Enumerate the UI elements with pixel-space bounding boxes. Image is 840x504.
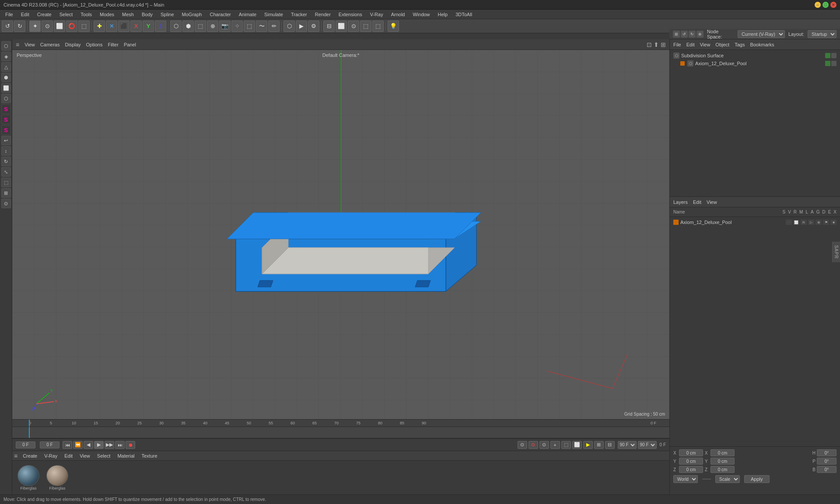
left-tool-grid2[interactable]: ⊞ [1, 188, 11, 198]
material-swatch-1[interactable]: Fiberglas [16, 465, 41, 490]
layer-row-pool[interactable]: Axiom_12_Deluxe_Pool · ⬜ R ▷ ⊕ ⚑ ★ [672, 219, 838, 226]
transport-btn-7[interactable]: ▶ [583, 441, 593, 449]
render-settings-btn[interactable]: ⚙ [308, 21, 319, 32]
lyr-btn-layers[interactable]: Layers [672, 200, 690, 205]
left-tool-model[interactable]: ⬡ [1, 41, 11, 51]
left-tool-rotate[interactable]: ↻ [1, 157, 11, 166]
sketch-btn[interactable]: ✏ [268, 21, 280, 32]
obj-item-subdivision[interactable]: ⬡ Subdivision Surface [672, 52, 838, 60]
lyr-btn-view[interactable]: View [705, 200, 719, 205]
coord-x2-input[interactable] [710, 449, 735, 456]
menu-3dtoall[interactable]: 3DToAll [452, 11, 476, 18]
menu-render[interactable]: Render [312, 11, 334, 18]
lasso-select-btn[interactable]: ⭕ [66, 21, 77, 32]
ns-icon-3[interactable]: ↻ [689, 31, 696, 38]
mat-btn-texture[interactable]: Texture [140, 453, 159, 458]
vp-icon-maximize[interactable]: ⬆ [654, 41, 659, 48]
transport-btn-8[interactable]: ⊞ [594, 441, 604, 449]
menu-window[interactable]: Window [409, 11, 433, 18]
left-tool-s2[interactable]: S [1, 115, 11, 124]
left-tool-grid[interactable]: ⬚ [1, 178, 11, 187]
sapr-side-tab[interactable]: SAPR [832, 242, 840, 262]
rotate-btn[interactable]: ✕ [106, 21, 117, 32]
transport-end[interactable]: ⏭ [115, 441, 125, 449]
mat-btn-edit[interactable]: Edit [63, 453, 74, 458]
coord-z-input[interactable] [679, 466, 703, 473]
menu-mesh[interactable]: Mesh [119, 11, 137, 18]
fps-end-select[interactable]: 90 F [638, 441, 657, 449]
redo-button[interactable]: ↻ [14, 21, 25, 32]
close-button[interactable]: ✕ [830, 2, 836, 8]
menu-file[interactable]: File [2, 11, 17, 18]
viewport[interactable]: Y X Z Perspective Default Camera:* Grid … [12, 50, 669, 419]
menu-vray[interactable]: V-Ray [367, 11, 387, 18]
vp-icon-fit[interactable]: ⊡ [647, 41, 652, 48]
left-tool-undo[interactable]: ↩ [1, 136, 11, 145]
menu-animate[interactable]: Animate [235, 11, 260, 18]
obj-item-pool[interactable]: ⬡ Axiom_12_Deluxe_Pool [672, 60, 838, 67]
left-tool-paint[interactable]: ⊙ [1, 199, 11, 208]
vp-menu-cameras[interactable]: Cameras [40, 42, 60, 47]
pnl-btn-tags[interactable]: Tags [733, 42, 746, 47]
pnl-btn-view[interactable]: View [698, 42, 712, 47]
minimize-button[interactable]: – [815, 2, 821, 8]
left-tool-point[interactable]: ⬢ [1, 73, 11, 82]
menu-body[interactable]: Body [138, 11, 156, 18]
menu-mograph[interactable]: MoGraph [178, 11, 206, 18]
vp-menu-display[interactable]: Display [65, 42, 80, 47]
mat-btn-select[interactable]: Select [95, 453, 112, 458]
layer-icon-dot[interactable]: · [786, 220, 792, 225]
transport-btn-2[interactable]: ⊙ [528, 441, 538, 449]
z-axis-btn[interactable]: Z [155, 21, 166, 32]
foreground-btn[interactable]: ⬚ [360, 21, 371, 32]
x-axis-btn[interactable]: X [130, 21, 142, 32]
transport-btn-1[interactable]: ⊙ [518, 441, 527, 449]
transport-back[interactable]: ◀ [84, 441, 93, 449]
mat-btn-view[interactable]: View [78, 453, 92, 458]
transport-btn-3[interactable]: ⊙ [539, 441, 549, 449]
menu-simulate[interactable]: Simulate [261, 11, 287, 18]
left-tool-polygon[interactable]: ◈ [1, 52, 11, 61]
fps-select[interactable]: 90 F [618, 441, 637, 449]
pnl-btn-file[interactable]: File [672, 42, 683, 47]
frame-input-2[interactable] [40, 441, 60, 448]
deform-btn[interactable]: ⬚ [195, 21, 206, 32]
undo-button[interactable]: ↺ [2, 21, 13, 32]
nurbs-btn[interactable]: ⬢ [182, 21, 194, 32]
transport-play[interactable]: ▶ [94, 441, 104, 449]
pnl-btn-edit[interactable]: Edit [685, 42, 696, 47]
left-tool-object[interactable]: ⬜ [1, 83, 11, 93]
vp-menu-options[interactable]: Options [86, 42, 103, 47]
transport-prev[interactable]: ⏪ [73, 441, 83, 449]
spline-btn[interactable]: 〜 [256, 21, 267, 32]
floor-btn[interactable]: ⊟ [323, 21, 335, 32]
particles-btn[interactable]: ⁘ [231, 21, 243, 32]
coord-y2-input[interactable] [710, 458, 735, 465]
y-axis-btn[interactable]: Y [143, 21, 154, 32]
transport-btn-5[interactable]: ⬚ [561, 441, 571, 449]
transport-btn-9[interactable]: ⊟ [605, 441, 615, 449]
vp-menu-toggle[interactable]: ≡ [16, 41, 19, 48]
ipr-btn[interactable]: ▶ [296, 21, 307, 32]
transport-btn-4[interactable]: + [550, 441, 560, 449]
left-tool-s3[interactable]: S [1, 125, 11, 135]
live-select-btn[interactable]: ⊙ [42, 21, 53, 32]
mat-btn-material[interactable]: Material [116, 453, 136, 458]
transport-start[interactable]: ⏮ [63, 441, 72, 449]
render-btn[interactable]: ⬡ [284, 21, 295, 32]
layer-icon-square[interactable]: ⬜ [793, 220, 799, 225]
coord-y-input[interactable] [679, 458, 703, 465]
coord-h-input[interactable] [817, 449, 836, 456]
background-btn[interactable]: ⬜ [336, 21, 347, 32]
move-btn[interactable]: ✚ [94, 21, 105, 32]
coord-z2-input[interactable] [710, 466, 735, 473]
left-tool-sculpt[interactable]: ⬡ [1, 94, 11, 103]
cloth-btn[interactable]: ⬚ [244, 21, 255, 32]
light-btn[interactable]: ⊕ [207, 21, 218, 32]
apply-button[interactable]: Apply [744, 475, 770, 483]
menu-character[interactable]: Character [206, 11, 234, 18]
coord-p-input[interactable] [817, 458, 836, 465]
mat-btn-vray[interactable]: V-Ray [42, 453, 59, 458]
material-swatch-2[interactable]: Fiberglas [45, 465, 70, 490]
vp-menu-filter[interactable]: Filter [108, 42, 118, 47]
